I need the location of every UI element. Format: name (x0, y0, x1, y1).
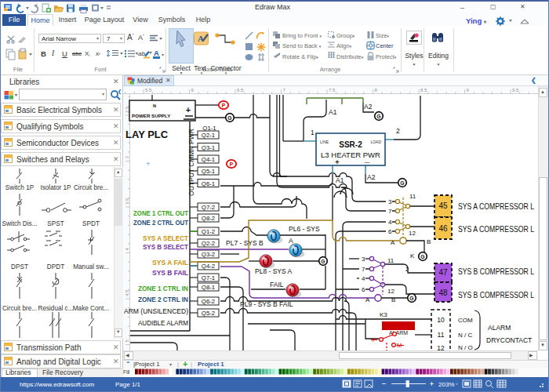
svg-text:+: + (186, 105, 191, 114)
svg-text:˅: ˅ (456, 382, 458, 387)
svg-text:8.5: 8.5 (420, 88, 427, 93)
svg-text:Q4-2: Q4-2 (202, 263, 215, 270)
svg-text:N / C: N / C (458, 332, 472, 339)
svg-text:L3 HEATER PWR: L3 HEATER PWR (321, 151, 380, 159)
svg-text:A: A (289, 237, 293, 245)
svg-text:11: 11 (438, 331, 445, 339)
svg-text:Q5-1: Q5-1 (202, 168, 215, 175)
svg-text:PL6 - SYS: PL6 - SYS (289, 225, 320, 233)
svg-text:PL9 - SYS B FAIL: PL9 - SYS B FAIL (240, 300, 293, 308)
svg-text:ZONE 1 CTRL IN: ZONE 1 CTRL IN (138, 285, 188, 292)
svg-text:7: 7 (283, 88, 286, 93)
svg-text:A1: A1 (336, 176, 344, 184)
svg-text:G: G (409, 296, 413, 301)
svg-text:SSR-2: SSR-2 (339, 140, 362, 149)
svg-text:7.5: 7.5 (329, 88, 336, 93)
svg-text:6: 6 (388, 228, 392, 235)
svg-text:12: 12 (437, 344, 445, 350)
svg-text:45: 45 (438, 201, 448, 210)
svg-text:6: 6 (191, 88, 195, 93)
svg-text:11: 11 (387, 257, 394, 264)
svg-text:LINE: LINE (320, 140, 329, 144)
svg-text:5.5: 5.5 (145, 88, 152, 93)
svg-text:4: 4 (388, 219, 392, 226)
svg-text:PL7 - SYS B: PL7 - SYS B (226, 239, 264, 247)
svg-text:SYS A SELECT: SYS A SELECT (143, 234, 189, 242)
svg-text:A1: A1 (329, 108, 337, 116)
svg-text:6: 6 (362, 286, 365, 293)
svg-text:Q7-1: Q7-1 (202, 274, 215, 281)
svg-text:46: 46 (438, 224, 448, 233)
svg-text:SYS B SELECT: SYS B SELECT (143, 243, 189, 251)
svg-text:2: 2 (396, 127, 400, 135)
svg-text:G: G (227, 115, 231, 121)
svg-text:COM: COM (458, 317, 473, 324)
svg-text:A2: A2 (367, 173, 376, 181)
svg-text:12: 12 (387, 288, 394, 295)
svg-text:B: B (427, 238, 431, 245)
svg-text:2: 2 (405, 266, 409, 273)
svg-text:AUDIBLE ALARM: AUDIBLE ALARM (138, 319, 188, 327)
svg-text:ALARM: ALARM (488, 324, 511, 332)
svg-text:P: P (222, 103, 226, 108)
svg-text:Q1-2: Q1-2 (202, 228, 215, 235)
svg-text:LOAD: LOAD (370, 140, 381, 144)
svg-text:A: A (391, 239, 395, 246)
svg-text:G: G (420, 254, 424, 260)
svg-text:3: 3 (388, 198, 392, 205)
svg-text:Q2-2: Q2-2 (202, 240, 215, 247)
svg-text:48: 48 (438, 289, 448, 297)
svg-text:G: G (321, 259, 325, 264)
svg-text:A2: A2 (364, 103, 373, 111)
svg-text:POWER SUPPLY: POWER SUPPLY (132, 113, 171, 118)
svg-text:ab: ab (138, 50, 145, 57)
svg-text:SYS B COMPRESSOR L: SYS B COMPRESSOR L (458, 267, 534, 276)
svg-text:A: A (365, 296, 370, 303)
svg-text:ZONE 1 CTRL OUT: ZONE 1 CTRL OUT (133, 209, 189, 217)
svg-text:SYS A FAIL: SYS A FAIL (152, 259, 188, 267)
svg-text:203%: 203% (438, 381, 454, 388)
svg-text:SYS B COMPRESSOR L: SYS B COMPRESSOR L (458, 290, 534, 299)
svg-text:G: G (376, 114, 380, 119)
svg-text:Q4-1: Q4-1 (202, 156, 215, 163)
svg-text:P: P (230, 162, 234, 167)
svg-text:FAIL: FAIL (270, 281, 284, 289)
svg-text:12: 12 (409, 230, 416, 237)
svg-text:LAY PLC: LAY PLC (125, 129, 169, 140)
svg-text:B: B (391, 296, 395, 303)
svg-text:K3: K3 (380, 311, 387, 318)
svg-text:N / O: N / O (458, 344, 473, 350)
svg-text:8: 8 (375, 88, 378, 93)
svg-text:Q3-1: Q3-1 (202, 144, 215, 151)
svg-text:+: + (146, 160, 150, 168)
svg-text:9.5: 9.5 (512, 88, 519, 93)
svg-text:ZONE 2 CTRL OUT: ZONE 2 CTRL OUT (133, 219, 189, 227)
svg-text:—: — (365, 159, 370, 165)
svg-text:10: 10 (437, 316, 445, 324)
svg-text:Q6-2: Q6-2 (202, 298, 215, 305)
svg-text:Q8-2: Q8-2 (202, 215, 215, 222)
svg-text:Q6-1: Q6-1 (202, 180, 215, 187)
svg-text:Q2-1: Q2-1 (202, 132, 215, 139)
svg-text:OUTPUT CMMN PWR: OUTPUT CMMN PWR (187, 129, 195, 196)
svg-text:N: N (153, 103, 156, 108)
svg-text:ZONE 2 CTRL IN: ZONE 2 CTRL IN (138, 296, 188, 303)
svg-text:SYS A COMPRESSOR L: SYS A COMPRESSOR L (458, 201, 534, 211)
svg-text:7: 7 (362, 266, 365, 273)
svg-text:6.5: 6.5 (237, 88, 244, 93)
svg-text:47: 47 (438, 268, 448, 277)
svg-text:Q3-2: Q3-2 (202, 251, 215, 258)
svg-text:SYS B FAIL: SYS B FAIL (152, 269, 188, 277)
svg-text:3: 3 (362, 256, 365, 263)
svg-text:PL8 - SYS A: PL8 - SYS A (255, 267, 293, 275)
svg-text:9: 9 (467, 88, 470, 93)
svg-text:ARM (UNSILENCED): ARM (UNSILENCED) (124, 307, 188, 315)
svg-text:K: K (410, 252, 415, 260)
svg-text:Q8-1: Q8-1 (202, 284, 215, 291)
svg-text:G: G (400, 180, 404, 186)
svg-text:4: 4 (362, 275, 365, 282)
svg-text:Q7-2: Q7-2 (202, 204, 215, 211)
svg-text:11: 11 (409, 193, 416, 200)
svg-text:A: A (198, 34, 204, 43)
svg-text:1: 1 (311, 129, 314, 136)
